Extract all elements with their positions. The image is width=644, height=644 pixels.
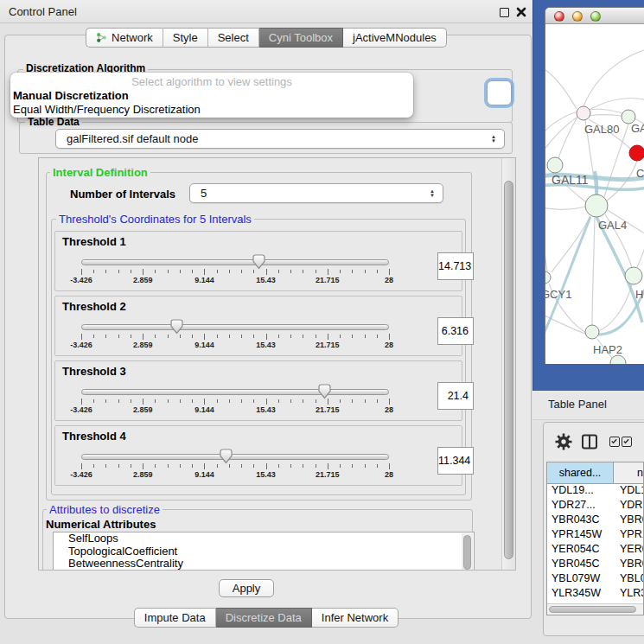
settings-scroll-pane: Interval Definition Number of Intervals … (38, 157, 516, 571)
table-row[interactable]: YLR345WYLR3 (547, 587, 643, 602)
split-columns-icon[interactable] (581, 433, 598, 450)
gear-icon[interactable] (555, 433, 572, 450)
network-window-titlebar (545, 8, 644, 24)
tab-label: Infer Network (322, 611, 388, 624)
tab-impute-data[interactable]: Impute Data (134, 608, 216, 628)
tab-select[interactable]: Select (208, 28, 259, 48)
threshold-value-field[interactable]: 6.316 (437, 317, 474, 345)
panel-title: Control Panel (9, 0, 77, 23)
table-cell: YPR145W (547, 528, 615, 543)
tab-style[interactable]: Style (163, 28, 208, 48)
algorithm-combo-focused[interactable] (487, 80, 512, 105)
scrollbar-thumb[interactable] (504, 181, 513, 559)
network-node[interactable] (547, 157, 563, 173)
network-node-label: C (636, 167, 644, 180)
network-canvas[interactable]: GAL80GACGAL11GAL4GCY1HHAP2 (545, 24, 644, 364)
network-node[interactable] (610, 355, 626, 364)
table-row[interactable]: YDR27...YDR2 (547, 499, 643, 513)
table-cell: YLR3 (615, 587, 643, 602)
table-row[interactable]: YDL19...YDL1 (547, 484, 643, 499)
checkbox-icon[interactable] (609, 437, 620, 447)
threshold-slider[interactable]: -3.4262.8599.14415.4321.71528 (81, 256, 389, 285)
slider-tick-labels: -3.4262.8599.14415.4321.71528 (81, 405, 389, 415)
slider-tick-labels: -3.4262.8599.14415.4321.71528 (81, 341, 389, 350)
control-panel-titlebar: Control Panel (0, 0, 532, 23)
tab-network[interactable]: Network (86, 28, 163, 48)
slider-track[interactable] (81, 389, 389, 395)
table-cell: YBR0 (615, 558, 643, 572)
table-row[interactable]: YBR043CYBR0 (547, 513, 643, 528)
float-window-icon[interactable] (500, 8, 509, 17)
number-of-intervals-label: Number of Intervals (70, 188, 175, 201)
table-cell: YPR1 (615, 528, 643, 543)
threshold-slider[interactable]: -3.4262.8599.14415.4321.71528 (81, 450, 389, 480)
checkbox-icon[interactable] (622, 437, 632, 447)
table-cell: YDL1 (615, 484, 643, 499)
attribute-list-item[interactable]: SelfLoops (54, 532, 474, 545)
slider-thumb-icon[interactable] (252, 253, 266, 271)
number-of-intervals-combo[interactable]: 5 ▲▼ (189, 183, 443, 203)
close-traffic-light[interactable] (554, 11, 564, 22)
threshold-2-box: Threshold 2-3.4262.8599.14415.4321.71528… (54, 296, 462, 356)
slider-thumb-icon[interactable] (169, 318, 184, 335)
top-tab-bar: NetworkStyleSelectCyni ToolboxjActiveMNo… (0, 28, 532, 48)
pane-vertical-scrollbar[interactable] (501, 158, 515, 570)
dropdown-option-manual[interactable]: Manual Discretization (10, 89, 413, 103)
column-header-shared-name[interactable]: shared... (547, 462, 614, 483)
table-row[interactable]: YER054CYER0 (547, 543, 643, 558)
table-row[interactable]: YBR045CYBR0 (547, 558, 643, 572)
network-node[interactable] (577, 106, 590, 120)
numerical-attributes-list[interactable]: SelfLoopsTopologicalCoefficientBetweenne… (53, 532, 475, 571)
attribute-list-item[interactable]: BetweennessCentrality (54, 558, 474, 571)
table-panel-toolbar (543, 430, 644, 456)
slider-track[interactable] (81, 324, 389, 330)
algorithm-dropdown-popup: Select algorithm to view settings Manual… (10, 73, 413, 118)
table-cell: YBR043C (547, 513, 615, 528)
slider-track[interactable] (81, 454, 389, 460)
list-scrollbar[interactable] (462, 533, 473, 571)
table-horizontal-scrollbar[interactable] (547, 603, 643, 615)
tab-label: Impute Data (144, 611, 206, 624)
slider-tick-labels: -3.4262.8599.14415.4321.71528 (81, 470, 389, 480)
threshold-slider[interactable]: -3.4262.8599.14415.4321.71528 (81, 386, 389, 415)
network-node[interactable] (585, 194, 608, 217)
slider-thumb-icon[interactable] (317, 383, 332, 400)
network-node[interactable] (545, 271, 551, 284)
threshold-value-field[interactable]: 14.713 (437, 252, 474, 280)
tab-cyni-toolbox[interactable]: Cyni Toolbox (259, 28, 343, 48)
network-node-label: GAL4 (598, 219, 627, 232)
threshold-slider[interactable]: -3.4262.8599.14415.4321.71528 (81, 321, 389, 350)
network-node-label: H (635, 288, 643, 301)
dropdown-option-equal-width[interactable]: Equal Width/Frequency Discretization (10, 103, 413, 117)
threshold-value-field[interactable]: 11.344 (437, 447, 474, 475)
table-data-combo[interactable]: galFiltered.sif default node ▲▼ (55, 129, 505, 149)
tab-discretize-data[interactable]: Discretize Data (216, 608, 312, 628)
table-panel-header: Table Panel (532, 391, 644, 420)
table-row[interactable]: YBL079WYBL0 (547, 572, 643, 587)
threshold-4-box: Threshold 4-3.4262.8599.14415.4321.71528… (54, 425, 462, 486)
tab-jactivemnodules[interactable]: jActiveMNodules (343, 28, 447, 48)
thresholds-group-label: Threshold's Coordinates for 5 Intervals (56, 213, 254, 226)
table-data-label: Table Data (25, 116, 82, 128)
table-row[interactable]: YPR145WYPR1 (547, 528, 643, 543)
tab-infer-network[interactable]: Infer Network (312, 608, 399, 628)
attribute-list-item[interactable]: TopologicalCoefficient (54, 545, 474, 558)
zoom-traffic-light[interactable] (590, 11, 601, 22)
column-header-name[interactable]: n (614, 462, 643, 483)
table-cell: YDR27... (547, 499, 615, 513)
threshold-3-box: Threshold 3-3.4262.8599.14415.4321.71528… (54, 360, 462, 421)
threshold-1-box: Threshold 1-3.4262.8599.14415.4321.71528… (54, 231, 462, 291)
scrollbar-thumb[interactable] (549, 606, 636, 613)
slider-track[interactable] (81, 259, 389, 265)
network-node[interactable] (625, 267, 642, 284)
network-node[interactable] (629, 145, 644, 161)
network-node[interactable] (585, 325, 599, 339)
threshold-value-field[interactable]: 21.4 (437, 382, 474, 410)
threshold-label: Threshold 4 (62, 430, 126, 443)
apply-button[interactable]: Apply (219, 579, 274, 597)
close-icon[interactable] (516, 7, 526, 17)
slider-thumb-icon[interactable] (219, 448, 233, 465)
table-cell: YBL0 (615, 572, 643, 587)
stepper-arrows-icon: ▲▼ (491, 135, 504, 143)
minimize-traffic-light[interactable] (572, 11, 583, 22)
